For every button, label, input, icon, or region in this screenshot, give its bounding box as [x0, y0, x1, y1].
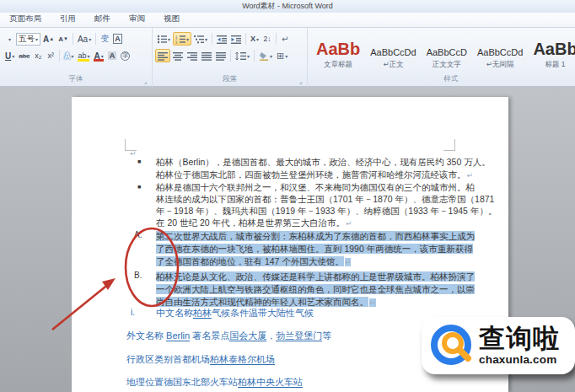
doc-line-selected[interactable]: 第二次世界大战后，城市被分割：东柏林成为了东德的首都，而西柏林事实上成为	[156, 230, 475, 242]
distribute-button[interactable]	[214, 49, 228, 62]
chevron-down-icon: ▾	[205, 36, 207, 42]
justify-icon	[202, 51, 212, 61]
font-size-select[interactable]: 五号 ▾	[16, 33, 40, 46]
align-center-icon	[173, 51, 183, 61]
style-no-spacing[interactable]: AaBbCcDd ↵无间隔	[472, 33, 528, 70]
doc-line[interactable]: 林连续的成为以下国家的首都：普鲁士王国（1701 年－1870 年）、德意志帝国…	[156, 193, 494, 205]
doc-line-links[interactable]: 行政区类别首都机场柏林泰格尔机场	[126, 353, 275, 365]
multilevel-list-icon	[194, 35, 204, 44]
chevron-down-icon: ▾	[101, 53, 104, 59]
justify-button[interactable]	[200, 49, 213, 62]
chevron-down-icon: ▾	[89, 36, 91, 42]
decrease-indent-button[interactable]	[215, 32, 228, 46]
phonetic-guide-button[interactable]: 变	[99, 32, 110, 46]
text-effects-icon: A	[64, 51, 70, 61]
paragraph-group: ▾ 123 ▾ ▾ X▾ 2↓	[152, 28, 307, 87]
doc-line-links[interactable]: 外文名称 Berlin 著名景点国会大厦，勃兰登堡门等	[126, 330, 331, 341]
doc-line[interactable]: 柏林（Berlin），是德国首都、最大的城市，政治、经济中心，现有居民约 350…	[156, 156, 491, 168]
strikethrough-button[interactable]: abc	[17, 49, 31, 62]
enclose-characters-button[interactable]: 字	[119, 49, 132, 62]
subscript-button[interactable]: x₂	[32, 49, 44, 62]
ribbon: ▾ 五号 ▾ A▲ A▼ Aa▾ 变 A U▾ abc x₂ x² A▾	[0, 28, 575, 87]
doc-line-selected[interactable]: 柏林无论是从文化、政治、传媒还是科学上讲都称的上是世界级城市。柏林扮演了	[156, 271, 475, 282]
doc-line-links[interactable]: 中文名称柏林气候条件温带大陆性气候	[156, 307, 314, 319]
tab-mailings[interactable]: 邮件	[85, 12, 120, 27]
font-dialog-launcher[interactable]: ⌟	[142, 78, 149, 85]
doc-line-selected[interactable]: 了西德在东德的一块飞地，被柏林墙围住。直到 1990 年两德统一，该市重新获得	[156, 243, 473, 255]
style-preview: AaBbCcDd	[477, 48, 523, 57]
style-heading-1[interactable]: AaBb 标题 1	[528, 33, 575, 70]
style-body-text[interactable]: AaBbCcD 正文文字	[422, 33, 472, 70]
bullet-list-icon	[157, 35, 167, 44]
doc-line[interactable]: 柏林是德国十六个联邦州之一，和汉堡、不来梅同为德国仅有的三个的城市州。柏	[156, 181, 475, 193]
increase-indent-button[interactable]	[229, 32, 243, 46]
doc-line[interactable]: 在 20 世纪 20 年代，柏林是世界第三大自治市。↵	[156, 217, 352, 229]
underline-button[interactable]: U▾	[3, 49, 16, 62]
title-bar: Word素材 - Microsoft Word	[0, 0, 575, 13]
hyperlink[interactable]: 国会大厦	[229, 330, 266, 341]
font-color-button[interactable]: A▾	[92, 49, 105, 62]
tab-references[interactable]: 引用	[51, 12, 85, 27]
text-highlight-button[interactable]: ab▾	[76, 49, 91, 62]
asian-layout-button[interactable]: X▾	[249, 32, 261, 46]
doc-line-links[interactable]: 地理位置德国东北部火车站柏林中央火车站	[126, 376, 303, 388]
character-shading-button[interactable]: A	[106, 49, 119, 62]
distribute-icon	[216, 51, 226, 61]
watermark-card: 查询啦 chaxunla.com	[422, 317, 575, 374]
align-center-button[interactable]	[171, 49, 185, 62]
shading-button[interactable]: ▾	[257, 49, 274, 62]
font-name-dropdown-arrow[interactable]: ▾	[3, 32, 15, 46]
chevron-down-icon: ▾	[270, 53, 272, 59]
style-preview: AaBbCcDd	[370, 48, 416, 57]
style-name: 标题 1	[545, 60, 565, 70]
grow-font-button[interactable]: A▲	[41, 32, 56, 46]
doc-line-selected[interactable]: 了全德国首都的地位，驻有 147 个外国大使馆。↵	[156, 255, 351, 268]
paragraph-dialog-launcher[interactable]: ⌟	[297, 78, 304, 85]
bullet-marker: ■	[137, 158, 141, 164]
hyperlink[interactable]: 柏林中央火车站	[238, 377, 303, 388]
numbering-button[interactable]: 123 ▾	[173, 32, 191, 46]
list-marker-b: B.	[134, 271, 142, 280]
decrease-indent-icon	[217, 35, 227, 44]
hyperlink[interactable]: 勃兰登堡门	[276, 330, 322, 341]
borders-button[interactable]: ⊞▾	[275, 49, 289, 62]
paragraph-mark-icon: ↵	[130, 149, 137, 158]
hyperlink[interactable]: Berlin	[166, 330, 190, 341]
tab-view[interactable]: 视图	[154, 12, 189, 27]
doc-line[interactable]: 年－1918 年）、魏玛共和国（1919 年－1933 年）、纳粹德国（1933…	[156, 205, 497, 217]
style-name: 文章标题	[324, 60, 352, 70]
style-preview: AaBbCcD	[427, 48, 467, 57]
text-effects-button[interactable]: A▾	[62, 49, 75, 62]
doc-line-selected[interactable]: 一个欧洲大陆上航空与铁路交通枢纽的角色，同时它也是全球焦点城市之一，以崇	[156, 283, 475, 295]
superscript-button[interactable]: x²	[45, 49, 56, 62]
shrink-font-button[interactable]: A▼	[56, 32, 70, 46]
hyperlink[interactable]: 柏林泰格尔机场	[210, 354, 275, 365]
paragraph-mark-icon: ↵	[369, 298, 376, 307]
increase-indent-icon	[231, 35, 241, 44]
sort-button[interactable]: 2↓	[261, 32, 273, 46]
character-border-icon: A	[113, 34, 122, 44]
align-right-button[interactable]	[185, 49, 199, 62]
align-left-button[interactable]	[155, 49, 170, 62]
chevron-down-icon: ▾	[285, 53, 288, 59]
style-article-title[interactable]: AaBb 文章标题	[311, 33, 365, 70]
character-border-button[interactable]: A	[111, 32, 124, 46]
change-case-button[interactable]: Aa▾	[76, 32, 93, 46]
font-color-bar	[94, 59, 103, 62]
tab-review[interactable]: 审阅	[120, 12, 154, 27]
style-normal[interactable]: AaBbCcDd ↵正文	[365, 33, 421, 70]
chevron-down-icon: ▾	[168, 36, 170, 42]
bullets-button[interactable]: ▾	[155, 32, 172, 46]
pilcrow-icon: ↵	[282, 35, 288, 44]
multilevel-list-button[interactable]: ▾	[192, 32, 209, 46]
tab-page-layout[interactable]: 页面布局	[0, 12, 51, 27]
doc-line[interactable]: 柏林位于德国东北部，四面被勃兰登堡州环绕，施普雷河和哈维尔河流经该市。↵	[156, 169, 473, 181]
paragraph-mark-icon: ↵	[345, 258, 352, 266]
line-spacing-button[interactable]: ▾	[234, 49, 251, 62]
hyperlink[interactable]: 柏林	[193, 308, 212, 319]
list-marker-a: A.	[134, 230, 142, 239]
chevron-down-icon: ▾	[186, 36, 189, 42]
show-hide-marks-button[interactable]: ↵	[279, 32, 291, 46]
paragraph-mark-icon: ↵	[346, 219, 352, 228]
chevron-down-icon: ▾	[71, 53, 73, 59]
